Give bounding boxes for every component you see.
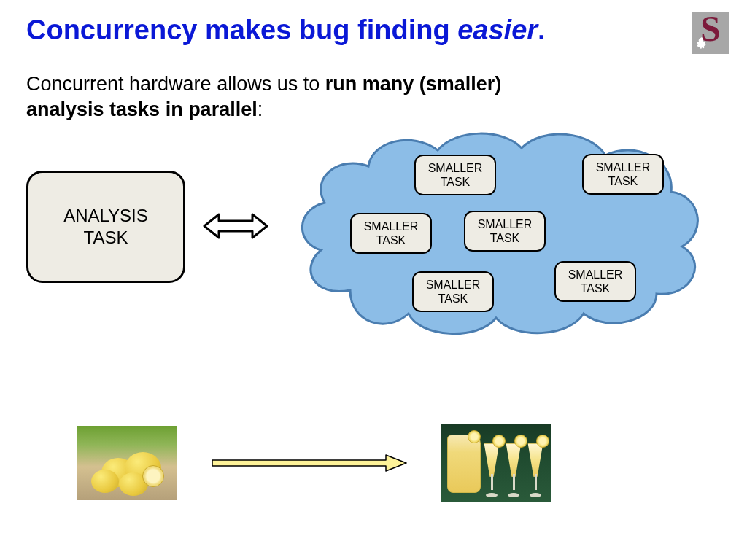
glass-shape xyxy=(504,443,523,497)
analysis-task-label: ANALYSIS TASK xyxy=(63,205,148,249)
smaller-task-box: SMALLER TASK xyxy=(582,154,664,195)
glass-shape xyxy=(482,443,501,497)
smaller-task-box: SMALLER TASK xyxy=(414,155,496,195)
lemons-image xyxy=(77,426,177,500)
lemonade-image xyxy=(441,424,551,502)
smaller-task-box: SMALLER TASK xyxy=(412,271,494,312)
lemon-slice-shape xyxy=(142,465,164,487)
lemon-slice-shape xyxy=(468,430,481,443)
analysis-task-box: ANALYSIS TASK xyxy=(26,171,185,283)
subtitle-part2: : xyxy=(258,98,263,120)
lemon-slice-shape xyxy=(536,435,549,448)
smaller-task-box: SMALLER TASK xyxy=(350,213,432,254)
title-italic: easier xyxy=(457,15,538,45)
title-part2: . xyxy=(538,15,546,45)
long-arrow-icon xyxy=(211,454,408,472)
arrow-path xyxy=(212,455,406,471)
logo-badge: S xyxy=(692,12,729,54)
bidirectional-arrow-icon xyxy=(203,211,268,241)
slide-title: Concurrency makes bug finding easier. xyxy=(26,15,546,46)
glass-shape xyxy=(526,443,545,497)
smaller-task-box: SMALLER TASK xyxy=(464,211,546,252)
lemon-shape xyxy=(91,470,119,493)
smaller-task-box: SMALLER TASK xyxy=(554,261,636,302)
subtitle-part1: Concurrent hardware allows us to xyxy=(26,73,325,95)
pitcher-shape xyxy=(447,435,481,493)
slide-subtitle: Concurrent hardware allows us to run man… xyxy=(26,71,551,122)
title-part1: Concurrency makes bug finding xyxy=(26,15,457,45)
oak-leaf-icon xyxy=(694,36,709,51)
